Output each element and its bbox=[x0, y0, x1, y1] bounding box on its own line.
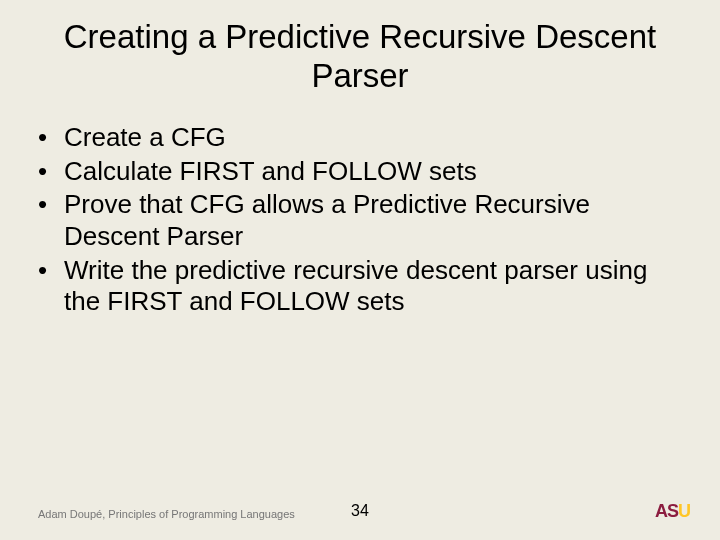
logo-part-1: AS bbox=[655, 501, 678, 521]
author-credit: Adam Doupé, Principles of Programming La… bbox=[38, 508, 295, 520]
slide-title: Creating a Predictive Recursive Descent … bbox=[0, 0, 720, 104]
list-item: Write the predictive recursive descent p… bbox=[38, 255, 680, 318]
footer: Adam Doupé, Principles of Programming La… bbox=[0, 496, 720, 520]
list-item: Create a CFG bbox=[38, 122, 680, 154]
page-number: 34 bbox=[351, 502, 369, 520]
list-item: Calculate FIRST and FOLLOW sets bbox=[38, 156, 680, 188]
list-item: Prove that CFG allows a Predictive Recur… bbox=[38, 189, 680, 252]
logo-part-2: U bbox=[678, 501, 690, 521]
bullet-list: Create a CFG Calculate FIRST and FOLLOW … bbox=[0, 104, 720, 318]
asu-logo: ASU bbox=[655, 501, 690, 522]
